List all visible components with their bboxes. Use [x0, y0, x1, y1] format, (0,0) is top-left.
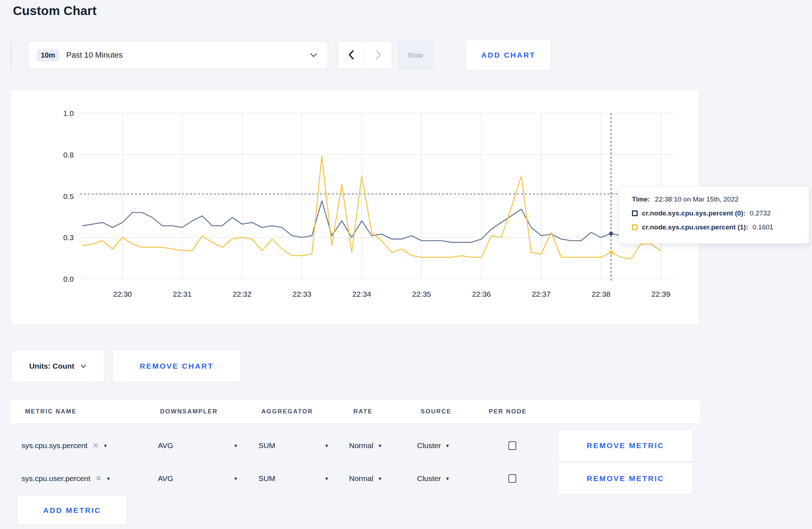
chevron-down-icon [81, 364, 86, 368]
per-node-checkbox[interactable] [508, 474, 516, 483]
svg-text:22:37: 22:37 [532, 290, 551, 298]
remove-metric-button[interactable]: REMOVE METRIC [558, 429, 693, 462]
time-range-selector[interactable]: 10m Past 10 Minutes [28, 41, 328, 69]
caret-down-icon[interactable]: ▼ [233, 443, 238, 448]
col-header-aggregator: AGGREGATOR [261, 408, 313, 415]
col-header-rate: RATE [353, 408, 373, 415]
prev-time-button[interactable] [338, 42, 365, 69]
metric-name-select[interactable]: sys.cpu.user.percent ✕ ▼ [21, 474, 111, 483]
svg-text:0.8: 0.8 [63, 151, 74, 159]
caret-down-icon: ▼ [103, 443, 108, 448]
col-header-downsampler: DOWNSAMPLER [160, 408, 218, 415]
aggregator-value: SUM [258, 441, 275, 450]
downsampler-select[interactable]: AVG [158, 441, 173, 450]
svg-text:1.0: 1.0 [63, 109, 74, 117]
remove-metric-button[interactable]: REMOVE METRIC [558, 462, 693, 495]
units-label: Units: Count [29, 362, 74, 370]
tooltip-series-name: cr.node.sys.cpu.sys.percent (0): [642, 209, 745, 217]
caret-down-icon: ▼ [445, 443, 450, 448]
source-select[interactable]: Cluster▼ [417, 441, 450, 450]
svg-text:22:31: 22:31 [173, 290, 192, 298]
svg-text:22:33: 22:33 [293, 290, 311, 298]
add-chart-button[interactable]: ADD CHART [465, 40, 551, 71]
sys-series-swatch-icon [632, 210, 638, 216]
caret-down-icon: ▼ [445, 476, 450, 481]
time-nav-group [338, 41, 392, 69]
metrics-table-header: METRIC NAME DOWNSAMPLER AGGREGATOR RATE … [11, 400, 700, 423]
source-value: Cluster [417, 441, 441, 450]
tooltip-time-value: 22:38:10 on Mar 15th, 2022 [655, 195, 738, 203]
caret-down-icon[interactable]: ▼ [233, 476, 238, 481]
col-header-per-node: PER NODE [489, 408, 527, 415]
add-metric-button[interactable]: ADD METRIC [17, 495, 127, 525]
chevron-right-icon [375, 50, 382, 61]
metric-name-select[interactable]: sys.cpu.sys.percent ✕ ▼ [21, 441, 108, 450]
chevron-down-icon [310, 53, 318, 58]
next-time-button[interactable] [365, 42, 392, 69]
chevron-left-icon [348, 50, 354, 61]
remove-chart-button[interactable]: REMOVE CHART [112, 350, 241, 382]
clear-metric-icon[interactable]: ✕ [96, 474, 102, 483]
tooltip-series-value: 0.2732 [750, 209, 770, 217]
col-header-source: SOURCE [421, 408, 451, 415]
per-node-checkbox[interactable] [508, 441, 516, 450]
source-value: Cluster [417, 474, 441, 483]
left-rule-divider [11, 42, 11, 69]
chart-card: 0.00.30.50.81.022:3022:3122:3222:3322:34… [11, 89, 699, 325]
svg-text:22:38: 22:38 [592, 290, 611, 298]
rate-value: Normal [349, 441, 373, 450]
tooltip-series-value: 0.1601 [753, 223, 773, 231]
svg-text:22:36: 22:36 [472, 290, 491, 298]
now-button[interactable]: Now [398, 41, 433, 69]
rate-select[interactable]: Normal▼ [349, 441, 382, 450]
caret-down-icon[interactable]: ▼ [324, 476, 329, 481]
caret-down-icon: ▼ [378, 443, 382, 448]
svg-text:22:34: 22:34 [352, 290, 371, 298]
aggregator-select[interactable]: SUM [258, 441, 275, 450]
downsampler-select[interactable]: AVG [158, 474, 173, 483]
units-dropdown[interactable]: Units: Count [11, 350, 105, 382]
rate-select[interactable]: Normal▼ [349, 474, 382, 483]
svg-text:22:35: 22:35 [412, 290, 431, 298]
aggregator-value: SUM [258, 474, 275, 483]
svg-text:0.3: 0.3 [63, 233, 74, 242]
svg-text:22:39: 22:39 [652, 290, 671, 298]
metric-row: sys.cpu.sys.percent ✕ ▼ AVG ▼ SUM ▼ Norm… [0, 429, 812, 462]
caret-down-icon: ▼ [106, 476, 111, 481]
custom-chart-page: Custom Chart 10m Past 10 Minutes Now ADD… [0, 0, 812, 529]
timeseries-chart[interactable]: 0.00.30.50.81.022:3022:3122:3222:3322:34… [11, 90, 700, 325]
metric-name-value: sys.cpu.user.percent [21, 474, 91, 483]
tooltip-time-label: Time: [632, 195, 650, 203]
col-header-metric-name: METRIC NAME [25, 408, 77, 415]
svg-text:22:30: 22:30 [113, 290, 132, 298]
svg-text:0.5: 0.5 [63, 192, 74, 200]
page-title: Custom Chart [13, 4, 97, 18]
downsampler-value: AVG [158, 474, 173, 483]
caret-down-icon[interactable]: ▼ [324, 443, 329, 448]
aggregator-select[interactable]: SUM [258, 474, 275, 483]
chart-tooltip: Time: 22:38:10 on Mar 15th, 2022 cr.node… [619, 186, 809, 244]
svg-text:0.0: 0.0 [63, 275, 74, 283]
caret-down-icon: ▼ [378, 476, 382, 481]
time-range-badge: 10m [37, 49, 59, 62]
clear-metric-icon[interactable]: ✕ [92, 441, 99, 450]
tooltip-series-name: cr.node.sys.cpu.user.percent (1): [642, 223, 748, 231]
downsampler-value: AVG [158, 441, 173, 450]
rate-value: Normal [349, 474, 373, 483]
metric-name-value: sys.cpu.sys.percent [21, 441, 87, 450]
metric-row: sys.cpu.user.percent ✕ ▼ AVG ▼ SUM ▼ Nor… [0, 462, 812, 495]
user-series-swatch-icon [632, 224, 638, 230]
source-select[interactable]: Cluster▼ [417, 474, 450, 483]
time-range-label: Past 10 Minutes [66, 50, 123, 60]
svg-text:22:32: 22:32 [233, 290, 252, 298]
